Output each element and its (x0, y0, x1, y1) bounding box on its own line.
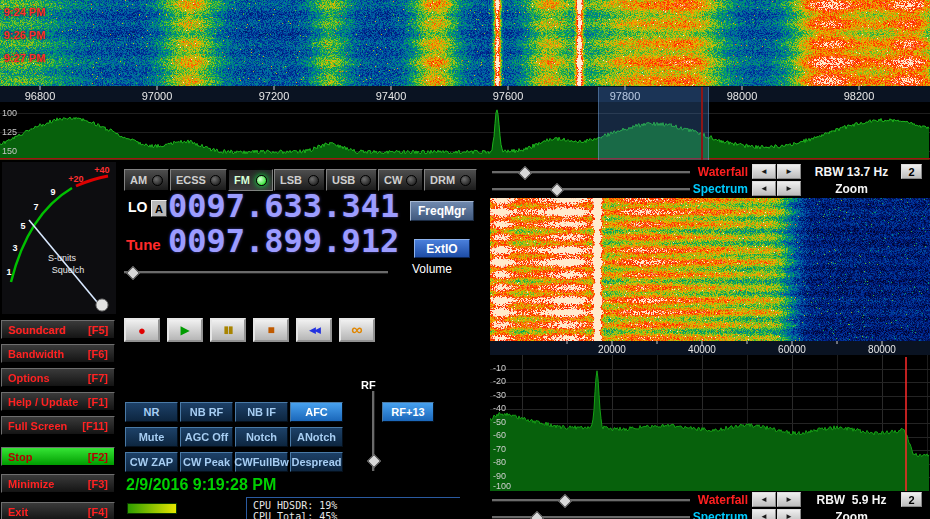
db-label: 125 (2, 127, 17, 137)
page-2-button[interactable]: 2 (901, 164, 922, 179)
nb-if-button[interactable]: NB IF (235, 402, 288, 422)
arrow-left-button[interactable]: ◄ (752, 181, 776, 196)
rbw-readout: RBW 5.9 Hz (803, 493, 900, 507)
waterfall-label: Waterfall (686, 493, 748, 507)
waterfall-speed-slider[interactable] (492, 496, 690, 504)
af-waterfall[interactable] (490, 198, 930, 341)
play-button[interactable]: ▶ (167, 318, 203, 342)
cw-peak-button[interactable]: CW Peak (180, 452, 233, 472)
volume-slider-thumb[interactable] (126, 266, 140, 280)
mode-led (152, 175, 163, 186)
vfo-selector[interactable]: A (151, 200, 167, 217)
record-button[interactable]: ● (124, 318, 160, 342)
slider-thumb[interactable] (558, 494, 572, 508)
button-fkey: [F1] (88, 396, 108, 408)
af-waterfall-controls-bottom: Waterfall ◄ ► RBW 5.9 Hz 2 (490, 492, 930, 508)
cw-zap-button[interactable]: CW ZAP (125, 452, 178, 472)
lo-frequency-display[interactable]: 0097.633.341 (168, 191, 399, 221)
scale-minor-tick (657, 341, 658, 344)
rf-frequency-scale[interactable]: 96800 97000 97200 97400 97600 97800 9800… (0, 86, 930, 102)
mode-led-on (256, 175, 267, 186)
db-label: -70 (493, 445, 506, 454)
page-2-button[interactable]: 2 (901, 492, 922, 507)
slider-thumb[interactable] (550, 183, 564, 197)
stop-button[interactable]: Stop[F2] (1, 447, 115, 466)
nr-button[interactable]: NR (125, 402, 178, 422)
spectrum-zoom-slider[interactable] (492, 185, 690, 193)
help-update-button[interactable]: Help / Update[F1] (1, 392, 115, 411)
arrow-left-button[interactable]: ◄ (752, 164, 776, 179)
arrow-right-button[interactable]: ► (777, 509, 801, 519)
record-icon: ● (138, 324, 146, 337)
tuning-selection-band[interactable] (598, 87, 709, 160)
s-meter-tick-label: 9 (50, 187, 55, 197)
rbw-readout: RBW 13.7 Hz (803, 165, 900, 179)
slider-thumb[interactable] (530, 511, 544, 519)
arrow-left-button[interactable]: ◄ (752, 492, 776, 507)
volume-slider-track[interactable] (124, 271, 388, 274)
rf-slider-thumb[interactable] (367, 454, 381, 468)
waterfall-timestamp: 9:26 PM (4, 29, 46, 41)
mode-label: FM (234, 174, 250, 186)
mode-label: ECSS (176, 174, 206, 186)
mode-button-am[interactable]: AM (124, 169, 169, 191)
anotch-button[interactable]: ANotch (290, 427, 343, 447)
mute-button[interactable]: Mute (125, 427, 178, 447)
freq-label: 96800 (25, 90, 56, 102)
soundcard-button[interactable]: Soundcard[F5] (1, 320, 115, 339)
slider-thumb[interactable] (518, 166, 532, 180)
pause-button[interactable]: ▮▮ (210, 318, 246, 342)
cpu-total-text: CPU Total: 45% (253, 511, 460, 519)
mode-led (210, 175, 221, 186)
mode-button-drm[interactable]: DRM (424, 169, 477, 191)
full-screen-button[interactable]: Full Screen[F11] (1, 416, 115, 435)
freq-label: 97600 (493, 90, 524, 102)
arrow-left-button[interactable]: ◄ (752, 509, 776, 519)
af-spectrum-plot[interactable] (490, 355, 930, 491)
rewind-button[interactable]: ◀◀ (296, 318, 332, 342)
squelch-knob[interactable] (96, 299, 108, 311)
button-label: Bandwidth (8, 348, 64, 360)
rf-spectrum-plot[interactable] (0, 102, 930, 160)
minimize-button[interactable]: Minimize[F3] (1, 474, 115, 493)
waterfall-label: Waterfall (686, 165, 748, 179)
despread-button[interactable]: Despread (290, 452, 343, 472)
s-meter: 1 3 5 7 9 +20 +40 S-units Squelch (2, 162, 116, 314)
options-button[interactable]: Options[F7] (1, 368, 115, 387)
nb-rf-button[interactable]: NB RF (180, 402, 233, 422)
extio-button[interactable]: ExtIO (414, 239, 470, 258)
arrow-right-button[interactable]: ► (777, 164, 801, 179)
exit-button[interactable]: Exit[F4] (1, 502, 115, 519)
rf-spectrum[interactable]: 100 125 150 (0, 102, 930, 160)
tune-frequency-display[interactable]: 0097.899.912 (168, 226, 399, 256)
notch-button[interactable]: Notch (235, 427, 288, 447)
stop-playback-button[interactable]: ■ (253, 318, 289, 342)
cpu-status: CPU HDSDR: 19% CPU Total: 45% (246, 497, 460, 519)
mode-label: DRM (430, 174, 455, 186)
s-meter-tick-label: 1 (6, 267, 11, 277)
af-frequency-scale[interactable]: 20000 40000 60000 80000 (490, 341, 930, 355)
af-waterfall-controls: Waterfall ◄ ► RBW 13.7 Hz 2 (490, 164, 930, 180)
tune-label: Tune (126, 236, 161, 253)
rf-gain-button[interactable]: RF+13 (382, 402, 434, 422)
slider-track[interactable] (492, 188, 690, 191)
freqmgr-button[interactable]: FreqMgr (410, 201, 474, 221)
arrow-right-button[interactable]: ► (777, 181, 801, 196)
s-meter-tick-label: 3 (12, 243, 17, 253)
waterfall-timestamp: 9:27 PM (4, 52, 46, 64)
af-spectrum-controls: Spectrum ◄ ► Zoom (490, 181, 930, 197)
cw-fullbw-button[interactable]: CWFullBw (235, 452, 288, 472)
arrow-right-button[interactable]: ► (777, 492, 801, 507)
agc-off-button[interactable]: AGC Off (180, 427, 233, 447)
volume-label: Volume (412, 262, 452, 276)
waterfall-speed-slider[interactable] (492, 168, 690, 176)
slider-track[interactable] (492, 499, 690, 502)
af-spectrum[interactable]: -10 -20 -30 -40 -50 -60 -70 -80 -90 -100 (490, 355, 930, 491)
afc-button[interactable]: AFC (290, 402, 343, 422)
tune-marker-line[interactable] (701, 87, 703, 160)
spectrum-zoom-slider[interactable] (492, 513, 690, 519)
loop-button[interactable]: ∞ (339, 318, 375, 342)
bandwidth-button[interactable]: Bandwidth[F6] (1, 344, 115, 363)
mode-led (406, 175, 417, 186)
rf-waterfall[interactable] (0, 0, 930, 86)
